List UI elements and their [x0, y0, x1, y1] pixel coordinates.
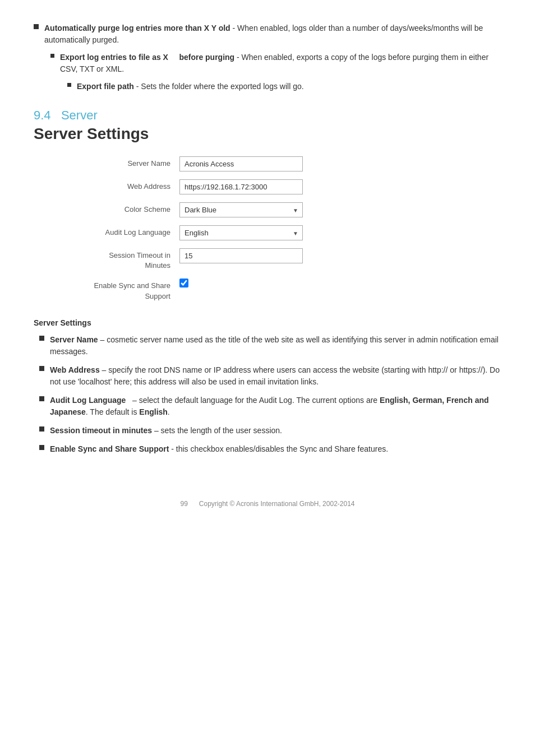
server-name-field[interactable] [179, 156, 303, 171]
color-scheme-select-wrapper: Dark Blue Light Blue Green [179, 202, 303, 217]
desc-item-session-timeout: Session timeout in minutes – sets the le… [34, 425, 501, 437]
bullet-icon-3 [67, 83, 71, 87]
audit-log-language-label: Audit Log Language [67, 228, 179, 238]
enable-sync-label: Enable Sync and ShareSupport [67, 279, 179, 301]
web-address-row: Web Address [67, 179, 359, 194]
desc-bullet-4 [39, 426, 44, 432]
desc-bullet-1 [39, 336, 44, 341]
audit-log-language-select[interactable]: English German French Japanese [179, 225, 303, 240]
copyright-text: Copyright © Acronis International GmbH, … [199, 500, 355, 508]
enable-sync-control [179, 279, 359, 289]
desc-text-1: Server Name – cosmetic server name used … [50, 334, 501, 358]
bullet-icon-2 [50, 54, 54, 58]
desc-item-web-address: Web Address – specify the root DNS name … [34, 364, 501, 388]
section-container: 9.4 Server Server Settings [34, 108, 501, 143]
web-address-field[interactable] [179, 179, 303, 194]
desc-text-3: Audit Log Language – select the default … [50, 395, 501, 418]
desc-item-enable-sync: Enable Sync and Share Support - this che… [34, 443, 501, 455]
page-title: Server Settings [34, 125, 501, 143]
bullet-text-2: Export log entries to file as X before p… [60, 52, 501, 75]
bullet-item-2: Export log entries to file as X before p… [34, 52, 501, 75]
color-scheme-label: Color Scheme [67, 205, 179, 215]
top-bullets-section: Automatically purge log entries more tha… [34, 22, 501, 92]
desc-bullet-3 [39, 396, 44, 401]
color-scheme-row: Color Scheme Dark Blue Light Blue Green [67, 202, 359, 217]
color-scheme-select[interactable]: Dark Blue Light Blue Green [179, 202, 303, 217]
session-timeout-control [179, 248, 359, 263]
section-heading: 9.4 Server [34, 108, 501, 123]
enable-sync-checkbox[interactable] [179, 279, 188, 287]
bullet-item-3: Export file path - Sets the folder where… [34, 81, 501, 92]
section-number: 9.4 [34, 108, 51, 122]
description-heading: Server Settings [34, 318, 501, 327]
desc-bullet-2 [39, 366, 44, 371]
enable-sync-row: Enable Sync and ShareSupport [67, 279, 359, 301]
bullet-icon-1 [34, 24, 39, 29]
audit-log-language-row: Audit Log Language English German French… [67, 225, 359, 240]
color-scheme-control: Dark Blue Light Blue Green [179, 202, 359, 217]
audit-log-language-control: English German French Japanese [179, 225, 359, 240]
audit-log-language-select-wrapper: English German French Japanese [179, 225, 303, 240]
desc-text-4: Session timeout in minutes – sets the le… [50, 425, 501, 437]
description-list: Server Name – cosmetic server name used … [34, 334, 501, 455]
bullet-text-1: Automatically purge log entries more tha… [44, 22, 501, 46]
desc-bullet-5 [39, 445, 44, 450]
web-address-label: Web Address [67, 182, 179, 192]
web-address-control [179, 179, 359, 194]
page-number: 99 [180, 500, 187, 508]
server-name-label: Server Name [67, 159, 179, 169]
desc-text-5: Enable Sync and Share Support - this che… [50, 443, 501, 455]
settings-form: Server Name Web Address Color Scheme Dar… [67, 156, 359, 302]
bullet-item-1: Automatically purge log entries more tha… [34, 22, 501, 46]
server-name-control [179, 156, 359, 171]
desc-item-audit-log: Audit Log Language – select the default … [34, 395, 501, 418]
bullet-text-3: Export file path - Sets the folder where… [77, 81, 501, 92]
section-title: Server [61, 108, 98, 122]
desc-text-2: Web Address – specify the root DNS name … [50, 364, 501, 388]
session-timeout-row: Session Timeout inMinutes [67, 248, 359, 271]
session-timeout-field[interactable] [179, 248, 303, 263]
page-footer: 99 Copyright © Acronis International Gmb… [34, 489, 501, 508]
desc-item-server-name: Server Name – cosmetic server name used … [34, 334, 501, 358]
server-name-row: Server Name [67, 156, 359, 171]
session-timeout-label: Session Timeout inMinutes [67, 248, 179, 271]
description-section: Server Settings Server Name – cosmetic s… [34, 318, 501, 455]
